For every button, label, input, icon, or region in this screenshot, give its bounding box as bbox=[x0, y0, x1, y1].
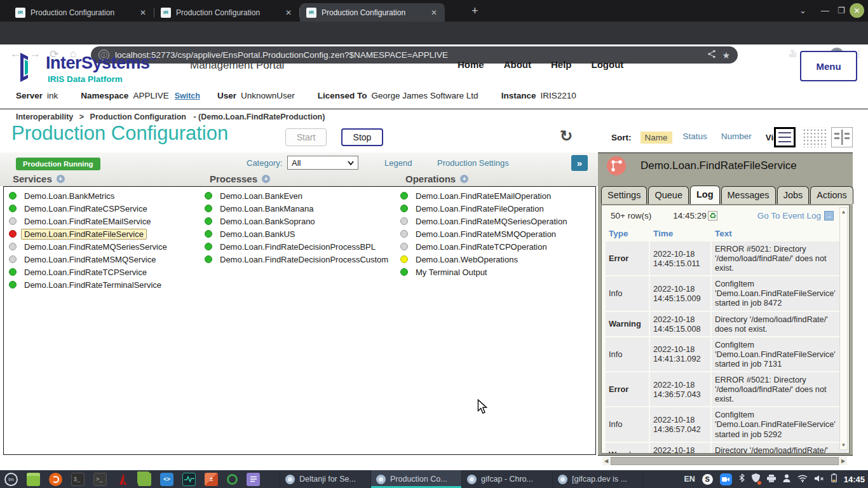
config-item-name[interactable]: Demo.Loan.FindRateTCPService bbox=[21, 267, 150, 278]
config-item-name[interactable]: Demo.Loan.FindRateMSMQOperation bbox=[412, 229, 559, 240]
sort-option[interactable]: Number bbox=[721, 132, 752, 144]
log-row[interactable]: Warning 2022-10-18 14:45:15.008 Director… bbox=[606, 312, 848, 336]
new-tab-button[interactable]: + bbox=[471, 5, 478, 17]
window-minimize-button[interactable]: — bbox=[821, 6, 829, 15]
mint-menu-icon[interactable]: lm bbox=[4, 473, 18, 486]
bluetooth-icon[interactable] bbox=[739, 473, 745, 485]
config-item[interactable]: Demo.Loan.FindRateTerminalService bbox=[9, 278, 203, 291]
config-item-name[interactable]: My Terminal Output bbox=[412, 267, 490, 278]
config-item-name[interactable]: Demo.Loan.FindRateEMailService bbox=[21, 216, 154, 227]
browser-tab[interactable]: IR Production Configuration ✕ bbox=[9, 3, 154, 22]
config-item-name[interactable]: Demo.Loan.FindRateTerminalService bbox=[21, 280, 165, 290]
config-item-name[interactable]: Demo.Loan.FindRateEMailOperation bbox=[412, 191, 554, 201]
printer-icon[interactable] bbox=[767, 473, 776, 485]
taskbar-window-button[interactable]: Production Co... bbox=[370, 470, 461, 488]
panel-tab[interactable]: Actions bbox=[810, 186, 853, 204]
production-settings-link[interactable]: Production Settings bbox=[437, 158, 509, 168]
config-item-name[interactable]: Demo.Loan.FindRateDecisionProcessBPL bbox=[217, 241, 379, 252]
timeshift-icon[interactable] bbox=[227, 474, 238, 485]
notes-app-icon[interactable] bbox=[247, 473, 260, 486]
red-app-icon[interactable] bbox=[116, 473, 129, 486]
config-item-name[interactable]: Demo.Loan.FindRateDecisionProcessCustom bbox=[217, 254, 391, 265]
config-item[interactable]: Demo.Loan.FindRateMSMQOperation bbox=[400, 227, 594, 240]
config-item[interactable]: Demo.Loan.BankEven bbox=[205, 189, 398, 202]
auto-refresh-icon[interactable]: ↻ bbox=[558, 128, 574, 144]
sort-option[interactable]: Name bbox=[641, 132, 672, 144]
scroll-down-icon[interactable]: ▼ bbox=[840, 442, 847, 448]
taskbar-window-button[interactable]: [gifcap.dev is ... bbox=[552, 470, 643, 488]
panel-tab[interactable]: Messages bbox=[721, 186, 776, 204]
add-process-icon[interactable]: + bbox=[262, 175, 270, 183]
switch-link[interactable]: Switch bbox=[175, 92, 200, 100]
config-item-name[interactable]: Demo.Loan.FindRateCSPService bbox=[21, 203, 151, 214]
config-item[interactable]: Demo.Loan.BankUS bbox=[205, 227, 398, 240]
header-nav-link[interactable]: Logout bbox=[592, 59, 624, 70]
config-item[interactable]: Demo.Loan.FindRateFileOperation bbox=[400, 202, 594, 215]
tab-search-chevron-icon[interactable]: ⌄ bbox=[799, 6, 806, 15]
config-item[interactable]: Demo.Loan.FindRateMQSeriesService bbox=[9, 240, 203, 253]
config-item-name[interactable]: Demo.Loan.FindRateFileService bbox=[21, 229, 147, 240]
calculator-icon[interactable]: ± bbox=[205, 473, 218, 486]
config-item[interactable]: Demo.Loan.FindRateEMailOperation bbox=[400, 189, 594, 202]
config-item[interactable]: Demo.Loan.BankMetrics bbox=[9, 189, 203, 202]
view-grid-icon[interactable] bbox=[802, 127, 827, 147]
log-row[interactable]: Info 2022-10-18 14:36:57.042 ConfigItem … bbox=[606, 407, 848, 441]
config-item-name[interactable]: Demo.Loan.WebOperations bbox=[412, 254, 521, 265]
legend-link[interactable]: Legend bbox=[384, 158, 412, 168]
panel-tab[interactable]: Jobs bbox=[777, 186, 810, 204]
config-item[interactable]: Demo.Loan.FindRateTCPService bbox=[9, 266, 203, 278]
taskbar-window-button[interactable]: Deltanji for Se... bbox=[280, 470, 370, 488]
folder-icon[interactable] bbox=[138, 473, 151, 486]
clock[interactable]: 14:45 bbox=[844, 475, 865, 484]
config-item[interactable]: Demo.Loan.FindRateTCPOperation bbox=[400, 240, 594, 253]
go-to-event-log-link[interactable]: Go To Event Log → bbox=[757, 211, 834, 220]
panel-tab[interactable]: Queue bbox=[648, 186, 689, 204]
config-item-name[interactable]: Demo.Loan.FindRateMQSeriesService bbox=[21, 241, 170, 252]
log-row[interactable]: Info 2022-10-18 14:45:15.009 ConfigItem … bbox=[606, 276, 848, 310]
config-item-name[interactable]: Demo.Loan.FindRateMQSeriesOperation bbox=[412, 216, 570, 227]
add-service-icon[interactable]: + bbox=[57, 175, 65, 183]
address-bar[interactable]: ⓘ localhost:52773/csp/applive/EnsPortal.… bbox=[91, 46, 738, 64]
breadcrumb-root[interactable]: Interoperability bbox=[16, 112, 73, 121]
bookmark-star-icon[interactable]: ★ bbox=[722, 50, 730, 60]
header-nav-link[interactable]: About bbox=[504, 59, 531, 70]
col-header-type[interactable]: Type bbox=[606, 227, 649, 240]
expand-panel-button[interactable]: » bbox=[571, 155, 588, 171]
config-item[interactable]: Demo.Loan.FindRateMSMQService bbox=[9, 253, 203, 266]
scroll-left-icon[interactable]: ◀ bbox=[602, 458, 610, 464]
config-item[interactable]: Demo.Loan.BankSoprano bbox=[205, 215, 398, 227]
config-item-name[interactable]: Demo.Loan.FindRateMSMQService bbox=[21, 254, 159, 265]
config-item-name[interactable]: Demo.Loan.BankManana bbox=[217, 203, 316, 214]
config-item[interactable]: Demo.Loan.FindRateDecisionProcessBPL bbox=[205, 240, 398, 253]
config-item[interactable]: Demo.Loan.WebOperations bbox=[400, 253, 594, 266]
files-icon[interactable] bbox=[27, 473, 40, 486]
extensions-puzzle-icon[interactable] bbox=[788, 48, 798, 60]
config-item[interactable]: Demo.Loan.FindRateCSPService bbox=[9, 202, 203, 215]
user-status-icon[interactable] bbox=[783, 473, 790, 485]
monitor-app-icon[interactable] bbox=[182, 473, 196, 486]
browser-tab-active[interactable]: IR Production Configuration ✕ bbox=[300, 3, 445, 22]
config-item[interactable]: Demo.Loan.FindRateEMailService bbox=[9, 215, 203, 227]
sort-option[interactable]: Status bbox=[683, 132, 707, 144]
window-close-button[interactable]: ✕ bbox=[850, 3, 864, 18]
taskbar-window-button[interactable]: gifcap - Chro... bbox=[461, 470, 552, 488]
col-header-time[interactable]: Time bbox=[650, 227, 710, 240]
scrollbar-thumb[interactable] bbox=[611, 457, 839, 465]
volume-muted-icon[interactable] bbox=[815, 473, 824, 485]
vscode-icon[interactable]: <> bbox=[160, 473, 173, 486]
window-restore-button[interactable]: ❐ bbox=[837, 6, 845, 15]
keyboard-layout-indicator[interactable]: EN bbox=[684, 475, 695, 484]
config-item-name[interactable]: Demo.Loan.BankMetrics bbox=[21, 191, 118, 201]
config-item-name[interactable]: Demo.Loan.FindRateFileOperation bbox=[412, 203, 547, 214]
col-header-text[interactable]: Text bbox=[712, 227, 848, 240]
scroll-right-icon[interactable]: ▶ bbox=[839, 458, 847, 464]
start-button[interactable]: Start bbox=[285, 128, 327, 146]
header-nav-link[interactable]: Home bbox=[458, 59, 484, 70]
config-item-name[interactable]: Demo.Loan.BankSoprano bbox=[217, 216, 318, 227]
tab-close-icon[interactable]: ✕ bbox=[284, 8, 293, 17]
stop-button[interactable]: Stop bbox=[341, 128, 383, 146]
add-operation-icon[interactable]: + bbox=[460, 175, 468, 183]
config-item-name[interactable]: Demo.Loan.FindRateTCPOperation bbox=[412, 241, 550, 252]
menu-button[interactable]: Menu bbox=[800, 51, 857, 81]
wifi-icon[interactable] bbox=[797, 473, 808, 485]
